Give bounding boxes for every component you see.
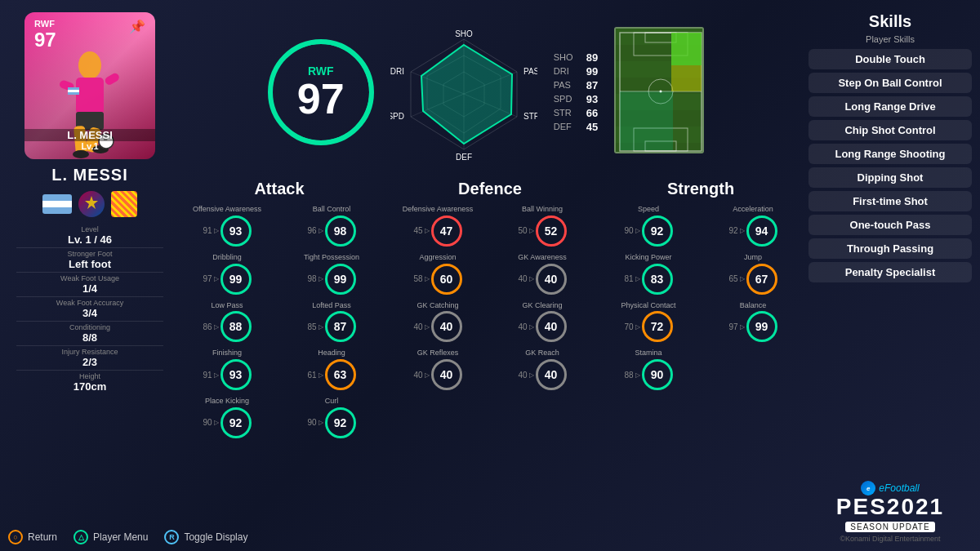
main-container: RWF 97 📌 bbox=[0, 0, 980, 551]
svg-text:SHO: SHO bbox=[455, 29, 473, 38]
defence-stats-grid: Defensive Awareness 45 ▷ 47 Ball Winning… bbox=[389, 205, 591, 390]
lofted-pass-value: 87 bbox=[325, 311, 356, 342]
stat-gk-clearing: GK Clearing 40 ▷ 40 bbox=[493, 301, 591, 343]
radar-stat-dri: DRI 99 bbox=[554, 65, 598, 78]
stat-lofted-pass: Lofted Pass 85 ▷ 87 bbox=[283, 301, 381, 343]
pes-logo: e eFootball PES2021 SEASON UPDATE ©Konam… bbox=[808, 474, 972, 543]
player-card: RWF 97 📌 bbox=[24, 12, 155, 159]
stat-low-pass: Low Pass 86 ▷ 88 bbox=[178, 301, 276, 343]
skill-penalty-specialist: Penalty Specialist bbox=[808, 262, 972, 282]
right-panel: Skills Player Skills Double Touch Step O… bbox=[808, 8, 972, 543]
stat-jump: Jump 65 ▷ 67 bbox=[704, 253, 802, 295]
argentina-flag bbox=[42, 194, 72, 214]
offensive-awareness-label: Offensive Awareness bbox=[193, 205, 261, 214]
svg-text:SPD: SPD bbox=[390, 112, 404, 121]
finishing-label: Finishing bbox=[212, 349, 242, 358]
stat-kicking-power: Kicking Power 81 ▷ 83 bbox=[599, 253, 697, 295]
stat-stamina: Stamina 88 ▷ 90 bbox=[599, 349, 697, 390]
overall-rating: 97 bbox=[297, 78, 345, 120]
radar-stat-sho: SHO 89 bbox=[554, 51, 598, 64]
rating-circle-container: RWF 97 bbox=[268, 39, 374, 145]
lofted-pass-label: Lofted Pass bbox=[312, 301, 351, 310]
low-pass-label: Low Pass bbox=[211, 301, 243, 310]
injury-resistance-value: 2/3 bbox=[82, 356, 97, 368]
skill-chip-shot-control: Chip Shot Control bbox=[808, 120, 972, 140]
rating-circle: RWF 97 bbox=[268, 39, 374, 145]
stat-acceleration: Acceleration 92 ▷ 94 bbox=[704, 205, 802, 247]
strength-stats-grid: Speed 90 ▷ 92 Acceleration 92 ▷ 94 bbox=[599, 205, 802, 390]
svg-text:PAS: PAS bbox=[523, 67, 537, 76]
weak-foot-accuracy-label: Weak Foot Accuracy bbox=[56, 299, 123, 307]
curl-value: 92 bbox=[325, 407, 356, 438]
weak-foot-usage-label: Weak Foot Usage bbox=[60, 274, 119, 282]
top-charts: RWF 97 bbox=[178, 8, 802, 180]
skill-first-time-shot: First-time Shot bbox=[808, 191, 972, 211]
pes-season: SEASON UPDATE bbox=[845, 522, 934, 532]
radar-stats: SHO 89 DRI 99 PAS 87 SPD 93 STR 66 bbox=[554, 51, 598, 133]
dribbling-value: 99 bbox=[220, 264, 252, 295]
radar-stat-def: DEF 45 bbox=[554, 121, 598, 133]
place-kicking-label: Place Kicking bbox=[205, 397, 249, 406]
stat-gk-reach: GK Reach 40 ▷ 40 bbox=[493, 349, 591, 390]
svg-rect-11 bbox=[68, 87, 79, 90]
stat-place-kicking: Place Kicking 90 ▷ 92 bbox=[178, 397, 276, 438]
konami-label: ©Konami Digital Entertainment bbox=[808, 535, 972, 543]
stat-speed: Speed 90 ▷ 92 bbox=[599, 205, 697, 247]
mini-field-container bbox=[614, 27, 712, 158]
conditioning-value: 8/8 bbox=[82, 331, 97, 344]
level-label: Level bbox=[81, 225, 99, 233]
stat-balance: Balance 97 ▷ 99 bbox=[704, 301, 802, 343]
middle-sections: RWF 97 bbox=[178, 8, 802, 543]
injury-resistance-label: Injury Resistance bbox=[61, 348, 118, 356]
ball-control-value: 98 bbox=[325, 216, 356, 247]
dri-value: 99 bbox=[586, 65, 598, 78]
stat-gk-catching: GK Catching 40 ▷ 40 bbox=[389, 301, 487, 343]
card-rating: 97 bbox=[34, 29, 56, 51]
low-pass-value: 88 bbox=[220, 311, 252, 342]
stronger-foot-label: Stronger Foot bbox=[67, 250, 112, 258]
pas-label: PAS bbox=[554, 80, 580, 90]
radar-svg: SHO PAS STR DEF SPD DRI bbox=[390, 27, 537, 162]
svg-point-7 bbox=[73, 150, 89, 158]
rating-position-label: RWF bbox=[308, 64, 334, 78]
tight-possession-label: Tight Possession bbox=[304, 253, 359, 262]
stat-physical-contact: Physical Contact 70 ▷ 72 bbox=[599, 301, 697, 343]
heading-value: 63 bbox=[325, 359, 356, 390]
strength-section: Strength Speed 90 ▷ 92 Acceleration 92 bbox=[599, 180, 802, 539]
stats-sections: Attack Offensive Awareness 91 ▷ 93 Ball … bbox=[178, 180, 802, 543]
style-badge bbox=[111, 191, 137, 217]
card-name-overlay: L. MESSI bbox=[24, 129, 155, 141]
svg-text:DRI: DRI bbox=[390, 67, 404, 76]
skill-double-touch: Double Touch bbox=[808, 49, 972, 69]
stat-finishing: Finishing 91 ▷ 93 bbox=[178, 349, 276, 390]
club-badge bbox=[78, 191, 105, 217]
pas-value: 87 bbox=[586, 79, 598, 91]
skill-long-range-drive: Long Range Drive bbox=[808, 96, 972, 117]
spd-label: SPD bbox=[554, 94, 580, 104]
radar-stat-pas: PAS 87 bbox=[554, 79, 598, 91]
card-position: RWF bbox=[34, 19, 55, 29]
stat-gk-reflexes: GK Reflexes 40 ▷ 40 bbox=[389, 349, 487, 390]
player-stats-table: Level Lv. 1 / 46 Stronger Foot Left foot… bbox=[8, 225, 172, 394]
attack-section: Attack Offensive Awareness 91 ▷ 93 Ball … bbox=[178, 180, 381, 539]
radar-chart: SHO PAS STR DEF SPD DRI bbox=[390, 27, 537, 158]
stat-dribbling: Dribbling 97 ▷ 99 bbox=[178, 253, 276, 295]
place-kicking-value: 92 bbox=[220, 407, 252, 438]
svg-rect-1 bbox=[76, 78, 104, 114]
svg-text:DEF: DEF bbox=[456, 153, 472, 162]
def-value: 45 bbox=[586, 121, 598, 133]
stat-defensive-awareness: Defensive Awareness 45 ▷ 47 bbox=[389, 205, 487, 247]
sho-value: 89 bbox=[586, 51, 598, 64]
str-value: 66 bbox=[586, 107, 598, 119]
dri-label: DRI bbox=[554, 66, 580, 76]
field-svg bbox=[616, 29, 704, 153]
pes-year: PES2021 bbox=[808, 495, 972, 518]
attack-title: Attack bbox=[254, 180, 304, 198]
heading-label: Heading bbox=[318, 349, 345, 358]
str-label: STR bbox=[554, 108, 580, 118]
conditioning-label: Conditioning bbox=[69, 323, 110, 331]
skill-long-range-shooting: Long Range Shooting bbox=[808, 144, 972, 164]
svg-rect-12 bbox=[68, 92, 79, 95]
spd-value: 93 bbox=[586, 93, 598, 105]
level-value: Lv. 1 / 46 bbox=[68, 233, 112, 246]
